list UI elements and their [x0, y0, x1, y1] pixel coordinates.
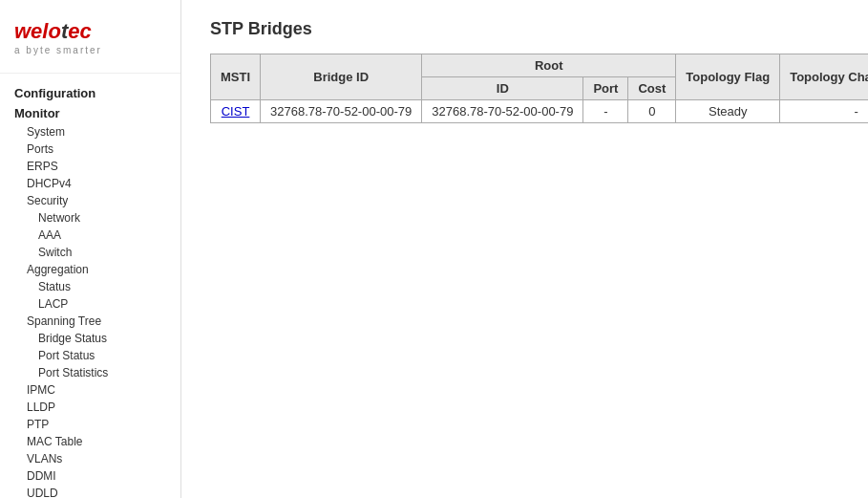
- sidebar-item-port-status[interactable]: Port Status: [0, 347, 180, 364]
- main-content: STP Bridges MSTI Bridge ID Root Topology…: [181, 0, 868, 498]
- sidebar-item-ports[interactable]: Ports: [0, 141, 180, 158]
- sidebar-item-security[interactable]: Security: [0, 192, 180, 209]
- sidebar-item-switch[interactable]: Switch: [0, 244, 180, 261]
- col-header-root-cost: Cost: [628, 77, 676, 100]
- logo: welotec: [14, 19, 166, 44]
- col-header-topology-change-last: Topology Change Last: [780, 54, 868, 100]
- sidebar-item-aggregation-status[interactable]: Status: [0, 278, 180, 295]
- col-header-root-id: ID: [422, 77, 583, 100]
- col-header-topology-flag: Topology Flag: [676, 54, 780, 100]
- page-title: STP Bridges: [210, 19, 868, 39]
- sidebar-item-port-statistics[interactable]: Port Statistics: [0, 364, 180, 381]
- cell-topology-change-last: -: [780, 100, 868, 123]
- sidebar-item-lldp[interactable]: LLDP: [0, 399, 180, 416]
- sidebar-item-vlans[interactable]: VLANs: [0, 450, 180, 467]
- sidebar-item-bridge-status[interactable]: Bridge Status: [0, 330, 180, 347]
- sidebar-item-lacp[interactable]: LACP: [0, 295, 180, 313]
- cell-root-port: -: [583, 100, 628, 123]
- cell-root-id: 32768.78-70-52-00-00-79: [422, 100, 583, 123]
- cell-bridge-id: 32768.78-70-52-00-00-79: [261, 100, 422, 123]
- col-header-root: Root: [422, 54, 676, 77]
- logo-area: welotec a byte smarter: [0, 10, 180, 74]
- sidebar: welotec a byte smarter Configuration Mon…: [0, 0, 181, 498]
- sidebar-item-erps[interactable]: ERPS: [0, 158, 180, 175]
- cell-root-cost: 0: [628, 100, 676, 123]
- stp-bridges-table: MSTI Bridge ID Root Topology Flag Topolo…: [210, 54, 868, 123]
- sidebar-item-aaa[interactable]: AAA: [0, 227, 180, 244]
- cell-topology-flag: Steady: [676, 100, 780, 123]
- nav-section-config: Configuration Monitor System Ports ERPS …: [0, 81, 180, 498]
- sidebar-item-spanning-tree[interactable]: Spanning Tree: [0, 313, 180, 330]
- msti-link[interactable]: CIST: [222, 104, 250, 119]
- col-header-root-port: Port: [583, 77, 628, 100]
- table-row: CIST 32768.78-70-52-00-00-79 32768.78-70…: [211, 100, 869, 123]
- sidebar-item-udld[interactable]: UDLD: [0, 485, 180, 498]
- sidebar-item-system[interactable]: System: [0, 123, 180, 141]
- sidebar-item-ipmc[interactable]: IPMC: [0, 381, 180, 399]
- nav-header-configuration[interactable]: Configuration: [0, 83, 180, 103]
- sidebar-item-mac-table[interactable]: MAC Table: [0, 433, 180, 450]
- col-header-msti: MSTI: [211, 54, 261, 100]
- sidebar-item-network[interactable]: Network: [0, 209, 180, 227]
- sidebar-item-ptp[interactable]: PTP: [0, 416, 180, 433]
- col-header-bridge-id: Bridge ID: [261, 54, 422, 100]
- nav-header-monitor[interactable]: Monitor: [0, 103, 180, 123]
- sidebar-item-aggregation[interactable]: Aggregation: [0, 261, 180, 278]
- logo-tagline: a byte smarter: [14, 45, 166, 55]
- cell-msti[interactable]: CIST: [211, 100, 261, 123]
- sidebar-item-dhcpv4[interactable]: DHCPv4: [0, 175, 180, 192]
- sidebar-item-ddmi[interactable]: DDMI: [0, 467, 180, 485]
